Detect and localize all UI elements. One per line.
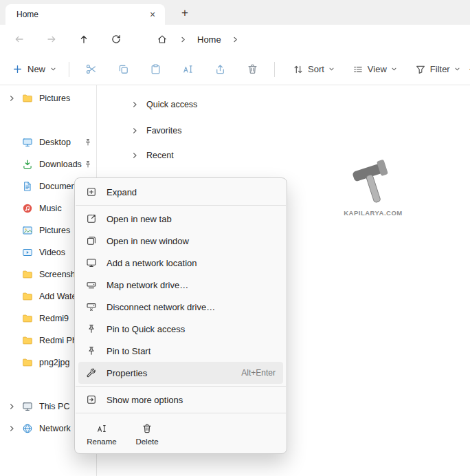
sidebar-item-label: Network: [39, 424, 71, 433]
menu-separator: [76, 205, 286, 206]
folder-icon: [22, 291, 33, 302]
chevron-right-icon: [232, 36, 239, 43]
menu-item-label: Disconnect network drive…: [107, 302, 215, 312]
menu-item-open-in-new-tab[interactable]: Open in new tab: [78, 208, 283, 230]
copy-button[interactable]: [107, 58, 139, 81]
breadcrumb-home-button[interactable]: [153, 30, 172, 49]
filter-button[interactable]: Filter: [410, 60, 466, 79]
chevron-right-icon: [8, 403, 15, 410]
view-icon: [352, 64, 363, 75]
folder-icon: [22, 269, 33, 280]
delete-footer-button[interactable]: Delete: [128, 420, 166, 448]
menu-item-add-network-location[interactable]: Add a network location: [78, 252, 283, 274]
menu-item-pin-to-start[interactable]: Pin to Start: [78, 340, 283, 362]
tab-bar: Home × +: [0, 0, 470, 25]
sidebar-item-label: Pictures: [39, 226, 70, 235]
up-button[interactable]: [73, 28, 95, 50]
menu-item-map-network-drive[interactable]: Map network drive…: [78, 274, 283, 296]
desktop-icon: [22, 137, 33, 148]
menu-item-properties[interactable]: Properties Alt+Enter: [78, 362, 283, 384]
context-menu: Expand Open in new tab Open in new windo…: [74, 177, 287, 454]
chevron-down-icon: [391, 66, 397, 72]
sort-label: Sort: [308, 64, 324, 74]
group-header-favorites[interactable]: Favorites: [131, 124, 181, 138]
sidebar-item-label: Desktop: [39, 138, 71, 147]
folder-icon: [22, 357, 33, 368]
sidebar-item-label: Videos: [39, 248, 65, 257]
chevron-right-icon: [8, 425, 15, 432]
view-label: View: [368, 64, 387, 74]
open-new-window-icon: [86, 235, 97, 246]
tab-home[interactable]: Home ×: [5, 4, 165, 25]
menu-item-label: Expand: [107, 187, 137, 197]
home-icon: [157, 34, 168, 45]
disconnect-drive-icon: [86, 301, 97, 312]
menu-separator: [76, 413, 286, 413]
chevron-down-icon: [50, 66, 56, 72]
videos-icon: [22, 247, 33, 258]
new-button-label: New: [27, 64, 45, 74]
menu-item-label: Map network drive…: [107, 280, 188, 290]
breadcrumb-item-home[interactable]: Home: [194, 33, 224, 46]
menu-item-pin-to-quick-access[interactable]: Pin to Quick access: [78, 318, 283, 340]
sort-button[interactable]: Sort: [287, 60, 340, 79]
chevron-right-icon: [131, 152, 138, 159]
cut-button[interactable]: [75, 58, 107, 81]
filter-label: Filter: [430, 64, 450, 74]
watermark: KAPILARYA.COM: [342, 160, 404, 217]
sidebar-item-downloads[interactable]: Downloads: [0, 153, 96, 175]
clipboard-icon: [150, 63, 161, 75]
chevron-right-icon: [179, 36, 187, 43]
sort-icon: [293, 64, 304, 75]
share-button[interactable]: [204, 58, 236, 81]
menu-item-label: Open in new window: [107, 236, 189, 246]
show-more-options-icon: [86, 394, 97, 405]
menu-item-disconnect-network-drive[interactable]: Disconnect network drive…: [78, 296, 283, 318]
menu-item-open-in-new-window[interactable]: Open in new window: [78, 230, 283, 252]
footer-button-label: Delete: [135, 437, 158, 446]
chevron-right-icon: [131, 101, 138, 108]
group-header-quick-access[interactable]: Quick access: [131, 98, 197, 111]
music-icon: [22, 203, 33, 214]
menu-item-label: Show more options: [107, 395, 183, 405]
view-button[interactable]: View: [347, 60, 403, 79]
sidebar-item-pictures-tree[interactable]: Pictures: [0, 87, 96, 109]
pin-icon: [84, 160, 92, 169]
toolbar-separator: [69, 62, 69, 77]
sidebar-item-label: Downloads: [39, 160, 82, 169]
group-header-recent[interactable]: Recent: [131, 149, 174, 162]
up-arrow-icon: [78, 34, 89, 45]
sidebar-item-label: This PC: [39, 402, 69, 411]
menu-item-expand[interactable]: Expand: [78, 181, 283, 203]
hammer-image: [344, 160, 402, 205]
rename-button[interactable]: [172, 58, 204, 81]
rename-icon: [96, 423, 107, 434]
new-tab-button[interactable]: +: [176, 5, 194, 21]
sidebar-item-label: Redmi9: [39, 314, 69, 323]
navigation-bar: Home: [0, 25, 470, 54]
group-header-label: Quick access: [146, 100, 197, 109]
menu-item-shortcut: Alt+Enter: [241, 368, 276, 378]
menu-item-label: Pin to Quick access: [107, 324, 185, 334]
menu-item-label: Properties: [107, 368, 147, 378]
map-drive-icon: [86, 279, 97, 290]
rename-footer-button[interactable]: Rename: [83, 420, 120, 448]
menu-item-show-more-options[interactable]: Show more options: [78, 389, 283, 411]
tab-close-icon[interactable]: ×: [146, 8, 159, 21]
this-pc-icon: [22, 401, 33, 412]
refresh-button[interactable]: [105, 28, 127, 50]
trash-icon: [142, 423, 153, 434]
sidebar-item-desktop[interactable]: Desktop: [0, 131, 96, 153]
back-button[interactable]: [8, 28, 30, 50]
paste-button[interactable]: [139, 58, 172, 81]
group-header-label: Favorites: [146, 126, 181, 136]
menu-item-label: Open in new tab: [107, 214, 172, 224]
forward-button[interactable]: [41, 28, 63, 50]
new-button[interactable]: New: [5, 60, 63, 78]
trash-icon: [247, 63, 258, 75]
delete-button[interactable]: [236, 58, 269, 81]
chevron-down-icon: [328, 66, 335, 72]
forward-icon: [46, 34, 57, 45]
folder-icon: [22, 93, 33, 104]
refresh-icon: [111, 34, 122, 45]
